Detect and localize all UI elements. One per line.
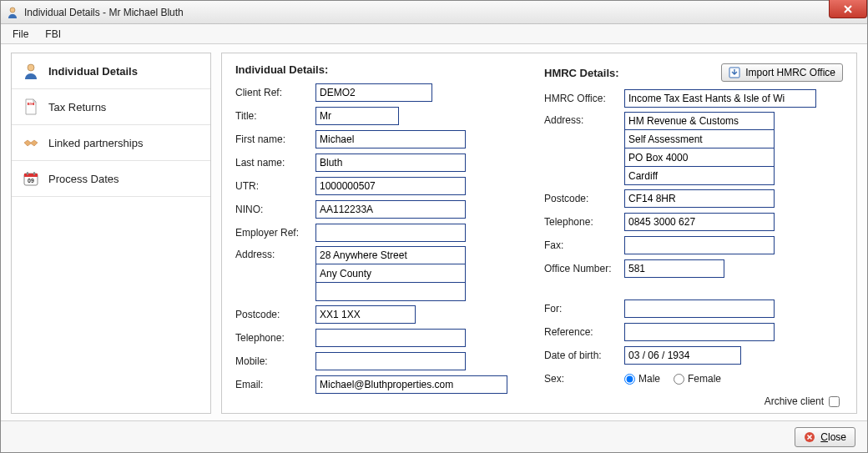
label-email: Email: bbox=[235, 379, 315, 390]
employer-ref-field[interactable] bbox=[315, 224, 466, 242]
import-button-label: Import HMRC Office bbox=[745, 67, 835, 78]
email-field[interactable] bbox=[315, 375, 507, 394]
import-hmrc-office-button[interactable]: Import HMRC Office bbox=[721, 63, 843, 82]
label-office-number: Office Number: bbox=[544, 263, 624, 274]
sidebar-item-individual-details[interactable]: Individual Details bbox=[12, 53, 210, 89]
label-employer-ref: Employer Ref: bbox=[235, 227, 315, 239]
body: Individual Details IND Tax Returns Linke… bbox=[1, 44, 867, 420]
handshake-icon bbox=[22, 133, 40, 152]
hmrc-telephone-field[interactable] bbox=[624, 213, 775, 231]
hmrc-address-line3-field[interactable] bbox=[624, 148, 775, 167]
label-hmrc-office: HMRC Office: bbox=[544, 93, 624, 104]
label-nino: NINO: bbox=[235, 204, 315, 215]
archive-client-label: Archive client bbox=[765, 395, 824, 407]
office-number-field[interactable] bbox=[624, 259, 724, 278]
close-icon bbox=[804, 431, 815, 443]
address-line1-field[interactable] bbox=[315, 246, 466, 264]
label-title: Title: bbox=[235, 110, 315, 122]
label-reference: Reference: bbox=[544, 326, 624, 338]
label-postcode: Postcode: bbox=[235, 309, 315, 320]
svg-point-1 bbox=[28, 64, 34, 71]
hmrc-office-field[interactable] bbox=[624, 89, 816, 108]
person-icon bbox=[6, 6, 19, 19]
individual-details-column: Individual Details: Client Ref: Title: F… bbox=[235, 63, 519, 407]
svg-text:09: 09 bbox=[28, 178, 34, 184]
svg-rect-7 bbox=[33, 172, 35, 175]
mobile-field[interactable] bbox=[315, 352, 466, 370]
address-line2-field[interactable] bbox=[315, 264, 466, 283]
svg-text:IND: IND bbox=[28, 103, 33, 106]
label-telephone: Telephone: bbox=[235, 332, 315, 344]
for-field[interactable] bbox=[624, 299, 775, 318]
sex-male-option[interactable]: Male bbox=[624, 373, 660, 385]
hmrc-postcode-field[interactable] bbox=[624, 189, 775, 208]
close-button-label: Close bbox=[820, 431, 846, 443]
sex-female-label: Female bbox=[688, 373, 721, 385]
window-title: Individual Details - Mr Michael Bluth bbox=[24, 7, 184, 18]
close-button[interactable]: Close bbox=[795, 427, 855, 447]
label-dob: Date of birth: bbox=[544, 350, 624, 361]
document-icon: IND bbox=[22, 98, 40, 116]
main-form: Individual Details: Client Ref: Title: F… bbox=[221, 53, 857, 414]
utr-field[interactable] bbox=[315, 177, 466, 195]
menu-fbi[interactable]: FBI bbox=[38, 27, 68, 42]
hmrc-address-line2-field[interactable] bbox=[624, 130, 775, 148]
sidebar-item-label: Linked partnerships bbox=[48, 137, 143, 149]
first-name-field[interactable] bbox=[315, 130, 466, 148]
label-hmrc-fax: Fax: bbox=[544, 239, 624, 251]
sex-male-label: Male bbox=[638, 373, 660, 385]
hmrc-address-line4-field[interactable] bbox=[624, 167, 775, 185]
label-hmrc-postcode: Postcode: bbox=[544, 193, 624, 204]
hmrc-details-column: HMRC Details: Import HMRC Office HMRC Of… bbox=[544, 63, 843, 407]
title-field[interactable] bbox=[315, 107, 399, 125]
sidebar-item-linked-partnerships[interactable]: Linked partnerships bbox=[12, 125, 210, 161]
menubar: File FBI bbox=[1, 24, 867, 44]
client-ref-field[interactable] bbox=[315, 83, 432, 102]
label-utr: UTR: bbox=[235, 180, 315, 192]
last-name-field[interactable] bbox=[315, 154, 466, 172]
label-first-name: First name: bbox=[235, 133, 315, 145]
archive-client-checkbox[interactable] bbox=[829, 396, 840, 407]
label-hmrc-telephone: Telephone: bbox=[544, 216, 624, 228]
person-icon bbox=[22, 62, 40, 80]
label-hmrc-address: Address: bbox=[544, 112, 624, 126]
label-client-ref: Client Ref: bbox=[235, 87, 315, 98]
reference-field[interactable] bbox=[624, 323, 775, 341]
label-sex: Sex: bbox=[544, 373, 624, 385]
label-for: For: bbox=[544, 303, 624, 315]
section-title-individual: Individual Details: bbox=[235, 63, 519, 76]
sex-female-option[interactable]: Female bbox=[674, 373, 721, 385]
sidebar: Individual Details IND Tax Returns Linke… bbox=[11, 53, 211, 414]
label-last-name: Last name: bbox=[235, 157, 315, 169]
sex-male-radio[interactable] bbox=[624, 374, 635, 385]
hmrc-fax-field[interactable] bbox=[624, 236, 775, 254]
svg-rect-6 bbox=[27, 172, 28, 175]
dob-field[interactable] bbox=[624, 346, 741, 365]
address-line3-field[interactable] bbox=[315, 283, 466, 301]
menu-file[interactable]: File bbox=[6, 27, 35, 42]
window-close-button[interactable] bbox=[829, 0, 867, 18]
label-address: Address: bbox=[235, 246, 315, 260]
postcode-field[interactable] bbox=[315, 305, 416, 324]
nino-field[interactable] bbox=[315, 200, 466, 219]
window: Individual Details - Mr Michael Bluth Fi… bbox=[0, 0, 868, 453]
titlebar: Individual Details - Mr Michael Bluth bbox=[1, 1, 867, 24]
label-mobile: Mobile: bbox=[235, 355, 315, 367]
import-icon bbox=[729, 67, 740, 78]
calendar-icon: 09 bbox=[22, 169, 40, 188]
sidebar-item-label: Individual Details bbox=[48, 65, 138, 78]
sex-female-radio[interactable] bbox=[674, 374, 684, 385]
svg-rect-5 bbox=[24, 174, 38, 177]
svg-point-0 bbox=[10, 8, 15, 13]
hmrc-address-line1-field[interactable] bbox=[624, 112, 775, 130]
sidebar-item-tax-returns[interactable]: IND Tax Returns bbox=[12, 89, 210, 125]
sidebar-item-label: Tax Returns bbox=[48, 101, 106, 113]
sidebar-item-process-dates[interactable]: 09 Process Dates bbox=[12, 161, 210, 197]
sidebar-item-label: Process Dates bbox=[48, 173, 119, 185]
section-title-hmrc: HMRC Details: bbox=[544, 67, 619, 79]
footer: Close bbox=[1, 420, 867, 452]
telephone-field[interactable] bbox=[315, 329, 466, 347]
